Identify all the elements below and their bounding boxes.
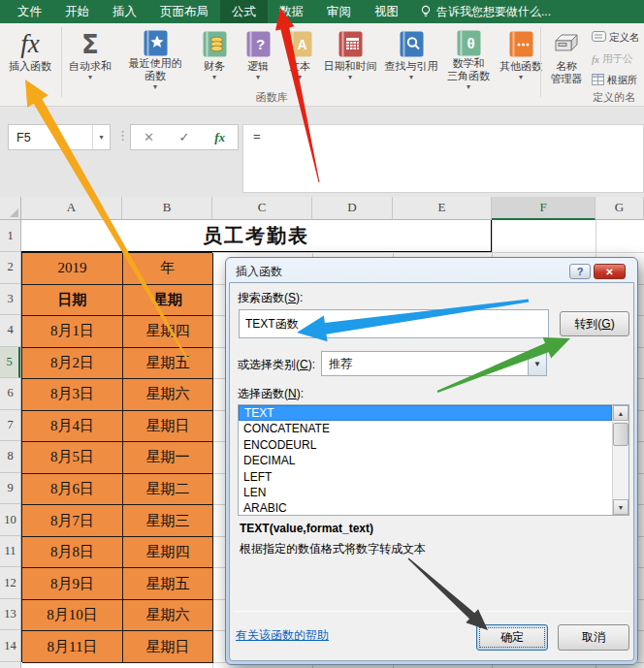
table-cell[interactable]: 8月5日 [22,442,123,474]
table-cell[interactable]: 8月3日 [22,379,123,411]
column-header[interactable]: B [122,197,212,220]
cancel-x-icon[interactable]: ✕ [144,130,154,144]
ribbon-tab[interactable]: 插入 [101,0,148,23]
row-header[interactable]: 11 [0,536,20,568]
table-cell[interactable]: 8月2日 [22,348,123,380]
list-scrollbar[interactable]: ▲ ▼ [612,405,628,515]
select-all-corner[interactable] [0,197,21,220]
category-dropdown[interactable]: 推荐 ▼ [321,351,547,376]
insert-function-fx-icon[interactable]: fx [214,130,225,145]
ribbon-button[interactable]: Σ自动求和▾ [63,23,117,91]
row-header[interactable]: 4 [0,315,20,347]
ribbon-tab[interactable]: 审阅 [315,0,363,23]
cancel-button[interactable]: 取消 [558,624,629,651]
chevron-down-icon[interactable]: ▼ [528,352,546,375]
column-header[interactable]: E [393,197,492,220]
attendance-table: 2019年日期星期8月1日星期四8月2日星期五8月3日星期六8月4日星期日8月5… [21,252,212,662]
table-cell[interactable]: 星期一 [123,442,213,474]
row-header[interactable]: 7 [0,410,20,442]
scroll-up-icon[interactable]: ▲ [613,405,628,421]
scroll-down-icon[interactable]: ▼ [613,499,628,515]
column-header[interactable]: G [596,197,644,220]
ribbon-button[interactable]: θ数学和三角函数▾ [441,23,496,91]
table-cell[interactable]: 8月6日 [22,474,123,506]
row-header[interactable]: 8 [0,441,20,473]
ribbon-tab[interactable]: 文件 [6,0,53,23]
table-cell[interactable]: 8月4日 [22,411,123,443]
ribbon-tab[interactable]: 视图 [363,0,410,23]
row-header[interactable]: 2 [0,252,20,284]
chevron-down-icon[interactable]: ▾ [92,125,110,149]
ribbon-button[interactable]: 查找与引用▾ [381,23,441,91]
ribbon-button[interactable]: 财务▾ [193,23,236,91]
column-header[interactable]: F [492,197,596,220]
table-cell[interactable]: 星期五 [123,568,213,600]
table-cell[interactable]: 8月7日 [22,505,123,537]
table-cell[interactable]: 星期六 [123,379,213,411]
table-cell[interactable]: 2019 [22,253,123,285]
table-cell[interactable]: 星期三 [123,505,213,537]
function-list-item[interactable]: CONCATENATE [239,421,612,436]
tell-me[interactable]: 告诉我您想要做什么... [420,4,551,20]
ribbon-tab[interactable]: 开始 [53,0,101,23]
ribbon-button[interactable]: 最近使用的函数▾ [117,23,193,91]
name-box[interactable]: F5 ▾ [8,124,111,150]
ribbon-button[interactable]: ?逻辑▾ [236,23,280,91]
help-icon[interactable]: ? [569,264,591,279]
table-cell[interactable]: 8月8日 [22,537,123,569]
go-button[interactable]: 转到(G) [560,311,629,336]
function-list-item[interactable]: DECIMAL [239,453,612,468]
search-function-input[interactable] [239,309,549,338]
row-header[interactable]: 13 [0,599,20,631]
function-list-item[interactable]: LEFT [239,469,612,485]
table-cell[interactable]: 星期五 [123,348,213,380]
row-header[interactable]: 12 [0,567,20,599]
column-header[interactable]: A [21,197,122,220]
row-header[interactable]: 1 [0,220,20,252]
row-header[interactable]: 14 [0,630,20,662]
name-manager-button[interactable]: 名称 管理器 [543,23,590,85]
row-header[interactable]: 3 [0,284,20,316]
table-cell[interactable]: 年 [123,253,213,285]
table-cell[interactable]: 星期四 [123,316,213,348]
table-cell[interactable]: 日期 [22,285,123,317]
scrollbar-thumb[interactable] [613,423,628,446]
ribbon-tab[interactable]: 数据 [268,0,315,23]
formula-input[interactable]: = [242,124,644,193]
ribbon-small-button: fx用于公 [592,50,644,67]
column-header[interactable]: C [212,197,312,220]
row-header[interactable]: 5 [0,347,20,379]
function-list-item[interactable]: LEN [239,485,612,500]
function-list-item[interactable]: ARABIC [239,500,612,515]
ok-button[interactable]: 确定 [476,624,548,651]
gridline [212,252,644,253]
ribbon-tab[interactable]: 页面布局 [148,0,220,23]
function-help-link[interactable]: 有关该函数的帮助 [236,627,329,644]
table-cell[interactable]: 星期 [123,285,213,317]
table-cell[interactable]: 8月9日 [22,568,123,600]
table-cell[interactable]: 星期日 [123,631,213,663]
ribbon-button[interactable]: 其他函数▾ [496,23,546,91]
column-header[interactable]: D [312,197,393,220]
table-cell[interactable]: 8月10日 [22,600,123,632]
sheet-title-cell[interactable]: 员工考勤表 [21,220,492,252]
ribbon-button[interactable]: fx插入函数 [0,23,60,91]
ribbon-button[interactable]: 日期和时间▾ [319,23,381,91]
ribbon-tab[interactable]: 公式 [220,0,268,23]
table-cell[interactable]: 星期四 [123,537,213,569]
ribbon-small-button[interactable]: 定义名 [592,29,644,46]
table-cell[interactable]: 星期六 [123,600,213,632]
ribbon-button[interactable]: A文本▾ [280,23,319,91]
function-list-item[interactable]: ENCODEURL [239,437,612,453]
function-list-item[interactable]: TEXT [239,405,612,421]
table-cell[interactable]: 8月1日 [22,316,123,348]
row-header[interactable]: 6 [0,378,20,410]
row-header[interactable]: 10 [0,504,20,536]
close-icon[interactable]: ✕ [594,264,626,279]
table-cell[interactable]: 星期日 [123,411,213,443]
ribbon-small-button[interactable]: 根据所 [592,72,644,88]
table-cell[interactable]: 8月11日 [22,631,123,663]
enter-check-icon[interactable]: ✓ [179,130,190,144]
row-header[interactable]: 9 [0,473,20,505]
table-cell[interactable]: 星期二 [123,474,213,506]
